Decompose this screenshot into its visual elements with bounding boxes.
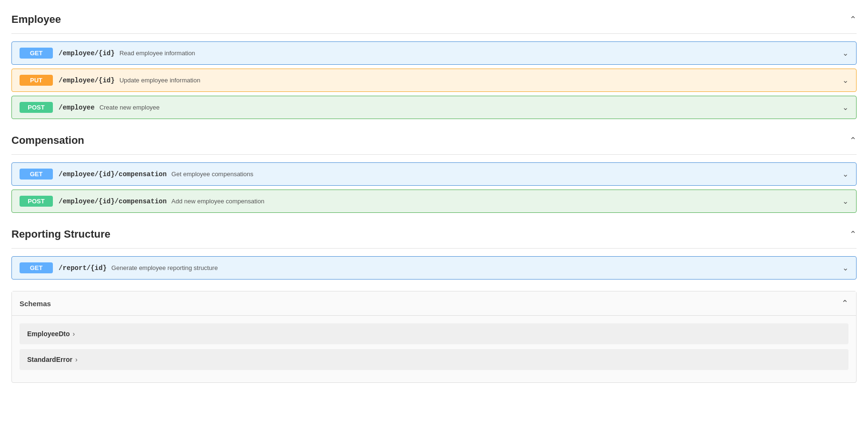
- endpoint-chevron-employee-1: ⌄: [842, 76, 848, 85]
- schema-chevron-0: ›: [72, 330, 75, 338]
- endpoint-path-compensation-1: /employee/{id}/compensation: [59, 198, 167, 205]
- endpoint-desc-compensation-1: Add new employee compensation: [172, 198, 264, 205]
- schemas-title: Schemas: [20, 300, 51, 308]
- section-header-employee[interactable]: Employee ⌃: [11, 10, 857, 31]
- divider-employee: [11, 33, 857, 34]
- endpoint-desc-reporting-structure-0: Generate employee reporting structure: [111, 264, 218, 271]
- section-chevron-compensation: ⌃: [849, 135, 857, 146]
- endpoint-desc-employee-0: Read employee information: [120, 50, 195, 57]
- schema-name-0: EmployeeDto: [27, 330, 70, 338]
- schema-item-1[interactable]: StandardError ›: [20, 349, 848, 370]
- method-badge-compensation-0: GET: [20, 169, 53, 180]
- schemas-body: EmployeeDto › StandardError ›: [12, 316, 856, 382]
- endpoint-desc-employee-2: Create new employee: [100, 104, 160, 111]
- schema-name-1: StandardError: [27, 356, 72, 363]
- schemas-section: Schemas ⌃ EmployeeDto › StandardError ›: [11, 291, 857, 383]
- endpoint-path-reporting-structure-0: /report/{id}: [59, 264, 107, 272]
- section-title-compensation: Compensation: [11, 134, 84, 147]
- section-employee: Employee ⌃ GET /employee/{id} Read emplo…: [11, 10, 857, 119]
- main-container: Employee ⌃ GET /employee/{id} Read emplo…: [0, 0, 868, 430]
- endpoint-row-compensation-0[interactable]: GET /employee/{id}/compensation Get empl…: [11, 162, 857, 186]
- endpoint-row-compensation-1[interactable]: POST /employee/{id}/compensation Add new…: [11, 190, 857, 213]
- section-header-compensation[interactable]: Compensation ⌃: [11, 130, 857, 152]
- method-badge-employee-1: PUT: [20, 75, 53, 86]
- section-header-reporting-structure[interactable]: Reporting Structure ⌃: [11, 224, 857, 246]
- endpoint-row-employee-1[interactable]: PUT /employee/{id} Update employee infor…: [11, 69, 857, 92]
- endpoint-chevron-compensation-0: ⌄: [842, 170, 848, 179]
- schemas-header[interactable]: Schemas ⌃: [12, 291, 856, 316]
- endpoint-path-employee-2: /employee: [59, 104, 95, 111]
- section-chevron-employee: ⌃: [849, 14, 857, 25]
- schema-chevron-1: ›: [75, 356, 78, 363]
- section-title-employee: Employee: [11, 13, 61, 26]
- method-badge-reporting-structure-0: GET: [20, 262, 53, 273]
- section-compensation: Compensation ⌃ GET /employee/{id}/compen…: [11, 130, 857, 213]
- section-chevron-reporting-structure: ⌃: [849, 229, 857, 240]
- endpoint-row-reporting-structure-0[interactable]: GET /report/{id} Generate employee repor…: [11, 256, 857, 280]
- endpoint-desc-employee-1: Update employee information: [120, 77, 201, 84]
- endpoint-chevron-reporting-structure-0: ⌄: [842, 263, 848, 272]
- endpoint-chevron-employee-2: ⌄: [842, 103, 848, 112]
- divider-reporting-structure: [11, 248, 857, 249]
- endpoint-desc-compensation-0: Get employee compensations: [172, 170, 253, 178]
- endpoint-path-employee-1: /employee/{id}: [59, 77, 115, 84]
- endpoint-chevron-employee-0: ⌄: [842, 49, 848, 58]
- endpoint-chevron-compensation-1: ⌄: [842, 197, 848, 206]
- schemas-chevron-icon: ⌃: [841, 298, 848, 309]
- endpoint-path-compensation-0: /employee/{id}/compensation: [59, 170, 167, 178]
- endpoint-row-employee-0[interactable]: GET /employee/{id} Read employee informa…: [11, 41, 857, 65]
- method-badge-compensation-1: POST: [20, 196, 53, 207]
- section-title-reporting-structure: Reporting Structure: [11, 228, 111, 240]
- method-badge-employee-0: GET: [20, 48, 53, 59]
- method-badge-employee-2: POST: [20, 102, 53, 113]
- divider-compensation: [11, 154, 857, 155]
- schema-item-0[interactable]: EmployeeDto ›: [20, 323, 848, 344]
- endpoint-row-employee-2[interactable]: POST /employee Create new employee ⌄: [11, 96, 857, 119]
- sections-container: Employee ⌃ GET /employee/{id} Read emplo…: [11, 10, 857, 280]
- section-reporting-structure: Reporting Structure ⌃ GET /report/{id} G…: [11, 224, 857, 280]
- endpoint-path-employee-0: /employee/{id}: [59, 50, 115, 57]
